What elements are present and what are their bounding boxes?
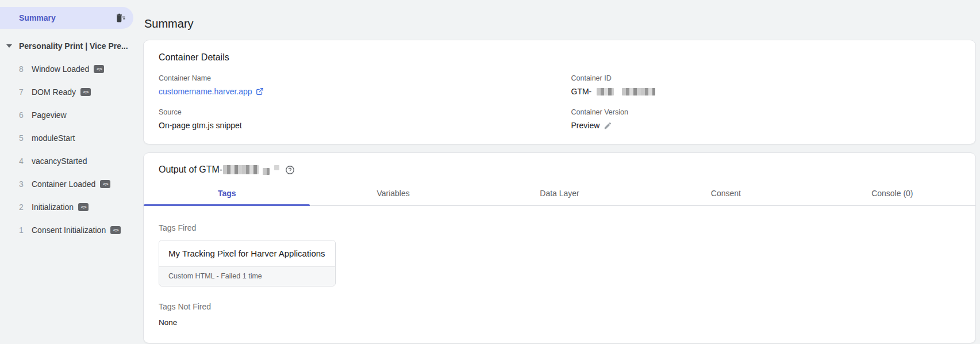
container-id-prefix: GTM- xyxy=(571,87,592,96)
tab-tags[interactable]: Tags xyxy=(144,184,310,205)
event-sidebar: Summary Personality Print | Vice Pre... … xyxy=(0,0,133,344)
pencil-icon xyxy=(604,121,612,130)
trash-clear-icon xyxy=(114,12,125,24)
redacted-block xyxy=(274,165,279,170)
tags-fired-heading: Tags Fired xyxy=(159,223,960,232)
tags-not-fired-heading: Tags Not Fired xyxy=(159,302,960,311)
event-number: 5 xyxy=(19,133,26,143)
event-row-dom-ready[interactable]: 7DOM Ready xyxy=(0,81,133,104)
field-container-name: Container Name customername.harver.app xyxy=(159,74,548,96)
event-number: 2 xyxy=(19,202,26,212)
tab-consent[interactable]: Consent xyxy=(643,184,809,205)
field-container-version: Container Version Preview xyxy=(571,108,961,130)
source-value: On-page gtm.js snippet xyxy=(159,121,548,130)
code-icon xyxy=(80,88,91,96)
field-container-id: Container ID GTM- xyxy=(571,74,961,96)
event-number: 3 xyxy=(19,179,26,189)
output-title-prefix: Output of GTM- xyxy=(159,165,222,175)
event-number: 6 xyxy=(19,110,26,120)
tab-variables[interactable]: Variables xyxy=(310,184,476,205)
container-name-link[interactable]: customername.harver.app xyxy=(159,87,264,96)
clear-events-button[interactable] xyxy=(114,12,125,24)
event-label: Pageview xyxy=(32,110,67,120)
tab-data-layer[interactable]: Data Layer xyxy=(476,184,643,205)
code-icon xyxy=(94,65,104,73)
event-number: 8 xyxy=(19,64,26,74)
container-id-value: GTM- xyxy=(571,87,961,96)
code-icon xyxy=(100,180,110,188)
gtm-preview-page: { "colors":{ "accent":"#4c59c4", "underl… xyxy=(0,0,980,344)
redacted-block xyxy=(263,168,270,175)
event-label: Initialization xyxy=(32,202,74,212)
redacted-block xyxy=(597,88,614,95)
external-link-icon xyxy=(256,87,264,95)
tags-tab-content: Tags Fired My Tracking Pixel for Harver … xyxy=(144,206,975,327)
event-group-label: Personality Print | Vice Pre... xyxy=(19,41,128,51)
collapse-caret-icon xyxy=(6,44,12,48)
event-label: DOM Ready xyxy=(32,87,76,97)
event-row-modulestart[interactable]: 5moduleStart xyxy=(0,127,133,150)
sidebar-item-summary[interactable]: Summary xyxy=(0,7,133,29)
field-label: Container Version xyxy=(571,108,961,116)
event-number: 4 xyxy=(19,156,26,166)
event-label: vacancyStarted xyxy=(32,156,87,166)
field-label: Container ID xyxy=(571,74,961,82)
event-row-pageview[interactable]: 6Pageview xyxy=(0,104,133,127)
page-title: Summary xyxy=(144,17,976,30)
field-label: Source xyxy=(159,108,548,116)
summary-label: Summary xyxy=(19,13,114,22)
fired-tag-card[interactable]: My Tracking Pixel for Harver Application… xyxy=(159,240,336,286)
container-details-title: Container Details xyxy=(159,52,960,63)
field-source: Source On-page gtm.js snippet xyxy=(159,108,548,130)
output-title: Output of GTM- xyxy=(159,165,279,175)
event-label: Container Loaded xyxy=(32,179,95,189)
field-label: Container Name xyxy=(159,74,548,82)
event-row-initialization[interactable]: 2Initialization xyxy=(0,196,133,219)
event-number: 7 xyxy=(19,87,26,97)
container-details-fields: Container Name customername.harver.app C… xyxy=(159,74,960,130)
code-icon xyxy=(110,226,121,234)
event-row-consent-initialization[interactable]: 1Consent Initialization xyxy=(0,219,133,242)
code-icon xyxy=(78,203,89,211)
event-row-vacancystarted[interactable]: 4vacancyStarted xyxy=(0,150,133,173)
output-card: Output of GTM- TagsVariablesData LayerCo… xyxy=(143,152,976,343)
event-group-row[interactable]: Personality Print | Vice Pre... xyxy=(0,35,133,58)
event-label: Consent Initialization xyxy=(32,225,106,235)
redacted-block xyxy=(223,165,259,174)
event-row-window-loaded[interactable]: 8Window Loaded xyxy=(0,58,133,81)
fired-tag-name: My Tracking Pixel for Harver Application… xyxy=(159,240,335,267)
tags-not-fired-value: None xyxy=(159,318,960,327)
event-number: 1 xyxy=(19,225,26,235)
redacted-block xyxy=(622,88,655,95)
event-row-container-loaded[interactable]: 3Container Loaded xyxy=(0,173,133,196)
tab-console-0[interactable]: Console (0) xyxy=(809,184,975,205)
fired-tag-meta: Custom HTML - Failed 1 time xyxy=(159,267,335,286)
event-label: moduleStart xyxy=(32,133,75,143)
edit-version-button[interactable] xyxy=(604,121,612,130)
help-circle-icon xyxy=(285,165,295,175)
main-panel: Summary Container Details Container Name… xyxy=(133,0,980,344)
container-name-value: customername.harver.app xyxy=(159,87,252,96)
event-label: Window Loaded xyxy=(32,64,89,74)
event-list: 8Window Loaded7DOM Ready6Pageview5module… xyxy=(0,58,133,242)
output-tabs: TagsVariablesData LayerConsentConsole (0… xyxy=(144,184,975,206)
help-button[interactable] xyxy=(285,165,295,175)
container-details-card: Container Details Container Name custome… xyxy=(143,40,976,144)
version-value: Preview xyxy=(571,121,600,130)
